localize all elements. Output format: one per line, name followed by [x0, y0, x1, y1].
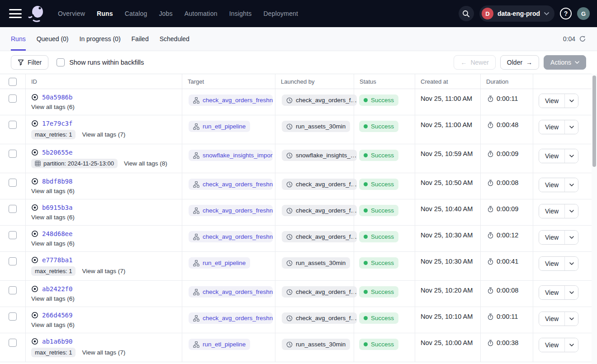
target-pill[interactable]: run_etl_pipeline	[189, 339, 250, 350]
view-dropdown-button[interactable]	[564, 94, 578, 108]
launched-by-pill[interactable]: run_assets_30min	[282, 257, 350, 269]
scrollbar-thumb[interactable]	[592, 76, 596, 167]
tab-failed[interactable]: Failed	[132, 27, 149, 51]
view-all-tags-link[interactable]: View all tags (6)	[31, 188, 75, 194]
view-dropdown-button[interactable]	[564, 231, 578, 244]
deployment-switcher[interactable]: D data-eng-prod	[479, 5, 554, 22]
actions-button[interactable]: Actions	[544, 55, 586, 70]
show-backfills-checkbox[interactable]	[57, 58, 65, 66]
row-checkbox[interactable]	[9, 231, 17, 239]
launched-by-pill[interactable]: check_avg_orders_f…	[282, 312, 357, 324]
target-pill[interactable]: check_avg_orders_freshne	[189, 231, 273, 242]
help-button[interactable]: ?	[560, 8, 572, 19]
view-dropdown-button[interactable]	[564, 312, 578, 326]
row-checkbox[interactable]	[9, 121, 17, 129]
view-dropdown-button[interactable]	[564, 286, 578, 299]
filter-button[interactable]: Filter	[11, 55, 48, 70]
tab-queued[interactable]: Queued (0)	[37, 27, 69, 51]
target-pill[interactable]: check_avg_orders_freshne	[189, 312, 273, 324]
nav-item-overview[interactable]: Overview	[58, 10, 85, 17]
target-pill[interactable]: run_etl_pipeline	[189, 257, 250, 269]
run-id-link[interactable]: 8bdf8b98	[42, 178, 72, 185]
view-button[interactable]: View	[539, 286, 564, 299]
view-button[interactable]: View	[539, 149, 564, 163]
launched-by-pill[interactable]: check_avg_orders_f…	[282, 205, 357, 216]
run-id-link[interactable]: 5b20655e	[42, 149, 72, 156]
view-all-tags-link[interactable]: View all tags (6)	[31, 214, 75, 221]
launched-by-pill[interactable]: run_assets_30min	[282, 339, 350, 350]
run-id-link[interactable]: 266d4569	[42, 312, 72, 319]
view-all-tags-link[interactable]: View all tags (7)	[82, 268, 125, 274]
search-button[interactable]	[459, 6, 474, 21]
view-all-tags-link[interactable]: View all tags (6)	[31, 321, 75, 328]
run-id-link[interactable]: 17e79c3f	[42, 120, 72, 127]
target-pill[interactable]: run_etl_pipeline	[189, 121, 250, 132]
run-id-link[interactable]: b6915b3a	[42, 204, 72, 211]
view-dropdown-button[interactable]	[564, 338, 578, 352]
vertical-scrollbar[interactable]	[592, 74, 597, 364]
row-checkbox[interactable]	[9, 312, 17, 321]
launched-by-pill[interactable]: check_avg_orders_f…	[282, 95, 357, 106]
row-checkbox[interactable]	[9, 179, 17, 187]
dagster-logo-icon[interactable]	[27, 4, 47, 24]
target-pill[interactable]: check_avg_orders_freshne	[189, 179, 273, 190]
view-dropdown-button[interactable]	[564, 257, 578, 270]
user-avatar[interactable]: G	[577, 7, 590, 20]
row-checkbox[interactable]	[9, 339, 17, 347]
refresh-icon[interactable]	[579, 35, 586, 43]
target-pill[interactable]: check_avg_orders_freshne	[189, 205, 273, 216]
view-button[interactable]: View	[539, 338, 564, 352]
view-button[interactable]: View	[539, 231, 564, 244]
launched-by-pill[interactable]: run_assets_30min	[282, 121, 350, 132]
view-dropdown-button[interactable]	[564, 149, 578, 163]
nav-item-deployment[interactable]: Deployment	[263, 10, 298, 17]
row-checkbox[interactable]	[9, 286, 17, 294]
target-pill[interactable]: check_avg_orders_freshne	[189, 286, 273, 298]
target-pill[interactable]: check_avg_orders_freshne	[189, 95, 273, 106]
row-checkbox[interactable]	[9, 257, 17, 265]
view-all-tags-link[interactable]: View all tags (6)	[31, 295, 75, 302]
run-id-link[interactable]: e7778ba1	[42, 256, 72, 264]
nav-item-jobs[interactable]: Jobs	[159, 10, 172, 17]
view-all-tags-link[interactable]: View all tags (6)	[31, 104, 75, 110]
target-label: check_avg_orders_freshne	[203, 97, 273, 104]
row-checkbox[interactable]	[9, 150, 17, 158]
view-button[interactable]: View	[539, 178, 564, 192]
view-dropdown-button[interactable]	[564, 120, 578, 134]
view-all-tags-link[interactable]: View all tags (8)	[124, 160, 167, 167]
tab-runs[interactable]: Runs	[11, 27, 26, 51]
target-pill[interactable]: snowflake_insights_import	[189, 150, 273, 161]
view-button[interactable]: View	[539, 257, 564, 270]
view-button[interactable]: View	[539, 312, 564, 326]
tab-scheduled[interactable]: Scheduled	[160, 27, 190, 51]
select-all-checkbox[interactable]	[9, 78, 17, 86]
nav-item-insights[interactable]: Insights	[229, 10, 252, 17]
run-id-link[interactable]: ab2422f0	[42, 285, 72, 293]
run-id-link[interactable]: 248d68ee	[42, 230, 72, 237]
row-checkbox[interactable]	[9, 95, 17, 103]
nav-item-catalog[interactable]: Catalog	[125, 10, 147, 17]
launched-by-pill[interactable]: check_avg_orders_f…	[282, 179, 357, 190]
view-all-tags-link[interactable]: View all tags (7)	[82, 349, 125, 356]
sitemap-icon	[193, 234, 199, 240]
view-all-tags-link[interactable]: View all tags (7)	[82, 131, 125, 138]
view-all-tags-link[interactable]: View all tags (6)	[31, 240, 75, 247]
view-button[interactable]: View	[539, 204, 564, 218]
older-button[interactable]: Older →	[500, 55, 539, 70]
newer-button[interactable]: ← Newer	[454, 55, 495, 70]
view-dropdown-button[interactable]	[564, 178, 578, 192]
nav-item-runs[interactable]: Runs	[97, 10, 113, 17]
run-id-link[interactable]: 50a5986b	[42, 94, 72, 101]
view-button[interactable]: View	[539, 94, 564, 108]
launched-by-pill[interactable]: check_avg_orders_f…	[282, 286, 357, 298]
row-checkbox[interactable]	[9, 205, 17, 213]
column-header-id: ID	[25, 74, 182, 89]
view-button[interactable]: View	[539, 120, 564, 134]
run-id-link[interactable]: ab1a6b90	[42, 338, 72, 345]
view-dropdown-button[interactable]	[564, 204, 578, 218]
tab-in-progress[interactable]: In progress (0)	[80, 27, 121, 51]
nav-item-automation[interactable]: Automation	[185, 10, 218, 17]
hamburger-menu-icon[interactable]	[9, 9, 22, 18]
launched-by-pill[interactable]: check_avg_orders_f…	[282, 231, 357, 242]
launched-by-pill[interactable]: snowflake_insights_…	[282, 150, 357, 161]
